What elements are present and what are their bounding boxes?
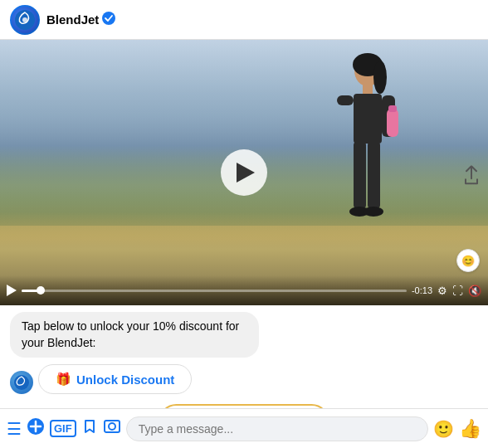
promo-message-bubble: Tap below to unlock your 10% discount fo… [10, 312, 259, 358]
svg-point-1 [22, 17, 27, 22]
verified-badge [102, 12, 115, 27]
svg-point-15 [364, 207, 383, 217]
reaction-bubble[interactable]: 😊 [456, 249, 480, 272]
progress-bar[interactable] [22, 290, 407, 292]
photo-icon[interactable] [103, 417, 121, 440]
input-bar: ☰ GIF 🙂 👍 [0, 408, 488, 448]
unlock-standalone-row: 🎁 Unlock Discount [0, 397, 488, 408]
volume-icon[interactable]: 🔇 [468, 285, 481, 297]
message-input[interactable] [126, 416, 428, 441]
unlock-discount-chat-button[interactable]: 🎁 Unlock Discount [38, 364, 192, 394]
fullscreen-icon[interactable]: ⛶ [452, 285, 463, 297]
svg-rect-10 [387, 109, 398, 137]
messages-area: Tap below to unlock your 10% discount fo… [0, 305, 488, 397]
promo-message-text: Tap below to unlock your 10% discount fo… [22, 319, 239, 349]
svg-rect-13 [368, 142, 380, 208]
bookmark-icon[interactable] [81, 418, 98, 439]
brand-avatar-inner [12, 7, 38, 33]
video-container: -0:13 ⚙ ⛶ 🔇 😊 [0, 40, 488, 305]
play-button[interactable] [221, 149, 267, 196]
progress-dot [37, 286, 45, 295]
svg-point-22 [109, 423, 115, 430]
unlock-discount-standalone-button[interactable]: 🎁 Unlock Discount [159, 404, 329, 408]
svg-point-2 [102, 12, 115, 25]
svg-rect-12 [354, 142, 366, 208]
svg-rect-6 [363, 84, 373, 94]
like-icon[interactable]: 👍 [459, 418, 481, 440]
brand-name-text: BlendJet [46, 12, 99, 27]
bot-avatar [10, 371, 33, 394]
add-icon[interactable] [27, 417, 45, 440]
svg-rect-8 [337, 95, 354, 105]
time-label: -0:13 [412, 285, 432, 295]
reaction-icon: 😊 [461, 255, 475, 267]
video-controls: -0:13 ⚙ ⛶ 🔇 [0, 275, 488, 305]
settings-icon[interactable]: ⚙ [437, 285, 447, 297]
emoji-icon[interactable]: 🙂 [433, 419, 454, 439]
unlock-emoji-chat: 🎁 [56, 372, 71, 387]
play-icon [237, 163, 255, 183]
play-pause-button[interactable] [7, 285, 17, 296]
header: BlendJet [0, 0, 488, 40]
svg-point-5 [373, 61, 387, 94]
svg-rect-11 [388, 105, 397, 112]
svg-rect-7 [354, 94, 382, 144]
brand-avatar[interactable] [10, 5, 40, 35]
brand-name-container: BlendJet [46, 12, 115, 27]
gif-icon[interactable]: GIF [50, 420, 76, 437]
share-button[interactable] [463, 165, 480, 189]
svg-marker-16 [7, 285, 17, 296]
unlock-label-chat: Unlock Discount [76, 373, 174, 387]
chat-area: -0:13 ⚙ ⛶ 🔇 😊 Tap below to unlock your 1… [0, 40, 488, 408]
menu-icon[interactable]: ☰ [7, 419, 22, 439]
bot-message-row: 🎁 Unlock Discount [10, 364, 478, 394]
